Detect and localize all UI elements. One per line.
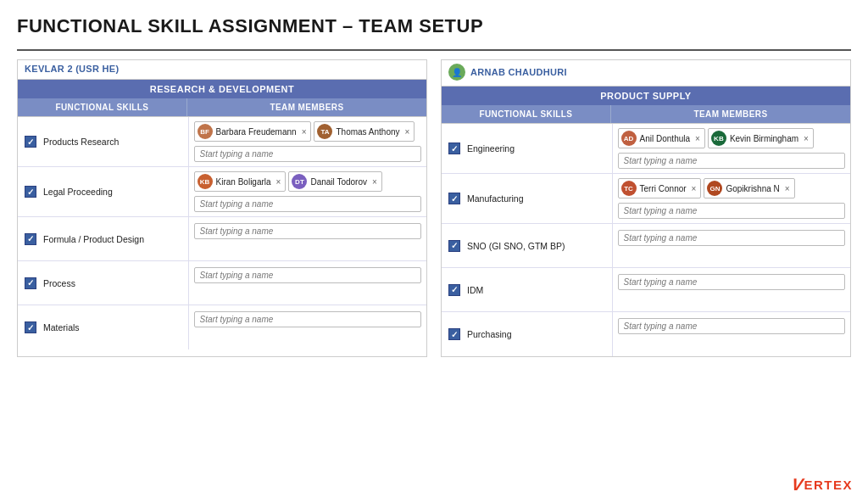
- table-row: SNO (GI SNO, GTM BP): [442, 224, 850, 268]
- members-cell: TCTerri Connor×GNGopikrishna N×: [613, 174, 850, 223]
- member-name: Danail Todorov: [310, 177, 367, 187]
- right-panel-label: ARNAB CHAUDHURI: [470, 67, 567, 77]
- right-panel-header: 👤 ARNAB CHAUDHURI: [442, 60, 850, 87]
- member-search-input[interactable]: [194, 267, 421, 283]
- checkbox[interactable]: [25, 321, 36, 333]
- member-search-input[interactable]: [618, 318, 845, 334]
- skill-name: Engineering: [467, 143, 515, 154]
- members-cell: [613, 312, 850, 356]
- member-search-input[interactable]: [618, 203, 845, 219]
- list-item: KBKevin Birmingham×: [708, 128, 814, 148]
- list-item: TAThomas Anthony×: [314, 121, 415, 142]
- left-section-title: RESEARCH & DEVELOPMENT: [18, 80, 426, 98]
- table-row: ManufacturingTCTerri Connor×GNGopikrishn…: [442, 174, 850, 224]
- right-col-skills: FUNCTIONAL SKILLS: [442, 105, 611, 123]
- skill-name: Process: [43, 278, 75, 288]
- table-row: Formula / Product Design: [18, 217, 426, 261]
- member-name: Gopikrishna N: [726, 184, 779, 193]
- checkbox[interactable]: [25, 233, 36, 245]
- members-cell: KBKiran Boligarla×DTDanail Todorov×: [189, 167, 426, 216]
- remove-member-button[interactable]: ×: [692, 184, 697, 193]
- skill-cell: Formula / Product Design: [18, 217, 189, 260]
- remove-member-button[interactable]: ×: [695, 134, 700, 143]
- avatar: TC: [621, 181, 637, 196]
- checkbox[interactable]: [25, 277, 36, 289]
- member-name: Thomas Anthony: [336, 127, 399, 137]
- remove-member-button[interactable]: ×: [405, 127, 410, 137]
- member-search-input[interactable]: [618, 274, 845, 290]
- member-name: Kiran Boligarla: [216, 177, 271, 187]
- skill-name: Purchasing: [467, 329, 512, 339]
- checkbox[interactable]: [448, 284, 460, 296]
- member-search-input[interactable]: [194, 196, 421, 212]
- avatar: KB: [711, 131, 726, 146]
- table-row: Purchasing: [442, 312, 850, 356]
- members-cell: [189, 305, 426, 349]
- right-col-headers: FUNCTIONAL SKILLS TEAM MEMBERS: [442, 105, 850, 124]
- left-col-members: TEAM MEMBERS: [187, 98, 426, 116]
- member-name: Terri Connor: [640, 184, 687, 193]
- remove-member-button[interactable]: ×: [785, 184, 790, 193]
- checkbox[interactable]: [25, 136, 36, 148]
- vertex-text: ERTEX: [804, 478, 853, 492]
- skill-cell: IDM: [442, 268, 613, 311]
- members-cell: BFBarbara Freudemann×TAThomas Anthony×: [189, 117, 426, 166]
- list-item: GNGopikrishna N×: [704, 178, 794, 198]
- member-search-input[interactable]: [618, 153, 845, 169]
- checkbox[interactable]: [448, 143, 460, 154]
- skill-name: Materials: [43, 322, 80, 333]
- member-tags: BFBarbara Freudemann×TAThomas Anthony×: [194, 121, 421, 142]
- left-panel-header: KEVLAR 2 (USR HE): [18, 60, 426, 80]
- table-row: EngineeringADAnil Donthula×KBKevin Birmi…: [442, 124, 850, 174]
- member-name: Barbara Freudemann: [216, 127, 297, 137]
- list-item: BFBarbara Freudemann×: [194, 121, 312, 142]
- member-tags: ADAnil Donthula×KBKevin Birmingham×: [618, 128, 845, 148]
- member-search-input[interactable]: [194, 311, 421, 327]
- skill-name: Products Research: [43, 137, 119, 147]
- avatar: DT: [292, 174, 307, 189]
- member-search-input[interactable]: [194, 223, 421, 239]
- left-panel-label: KEVLAR 2 (USR HE): [25, 64, 119, 74]
- skill-name: IDM: [467, 285, 483, 295]
- divider: [17, 49, 851, 51]
- skill-cell: Engineering: [442, 124, 613, 173]
- remove-member-button[interactable]: ×: [804, 134, 809, 143]
- vertex-v-letter: V: [791, 475, 806, 495]
- skill-cell: Legal Proceeding: [18, 167, 189, 216]
- skill-cell: Purchasing: [442, 312, 613, 356]
- member-tags: TCTerri Connor×GNGopikrishna N×: [618, 178, 845, 198]
- remove-member-button[interactable]: ×: [276, 177, 281, 187]
- skill-name: SNO (GI SNO, GTM BP): [467, 241, 565, 251]
- list-item: KBKiran Boligarla×: [194, 171, 287, 192]
- member-name: Kevin Birmingham: [730, 134, 798, 143]
- checkbox[interactable]: [448, 328, 460, 340]
- table-row: Legal ProceedingKBKiran Boligarla×DTDana…: [18, 167, 426, 217]
- vertex-logo: V ERTEX: [792, 475, 853, 495]
- left-col-headers: FUNCTIONAL SKILLS TEAM MEMBERS: [18, 98, 426, 117]
- table-row: IDM: [442, 268, 850, 312]
- member-search-input[interactable]: [194, 146, 421, 162]
- member-search-input[interactable]: [618, 230, 845, 246]
- avatar: BF: [198, 124, 213, 139]
- panels-row: KEVLAR 2 (USR HE) RESEARCH & DEVELOPMENT…: [17, 59, 851, 357]
- remove-member-button[interactable]: ×: [302, 127, 307, 137]
- checkbox[interactable]: [448, 193, 460, 204]
- left-col-skills: FUNCTIONAL SKILLS: [18, 98, 187, 116]
- remove-member-button[interactable]: ×: [372, 177, 377, 187]
- right-panel: 👤 ARNAB CHAUDHURI PRODUCT SUPPLY FUNCTIO…: [441, 59, 851, 357]
- table-row: Materials: [18, 305, 426, 349]
- skill-cell: Products Research: [18, 117, 189, 166]
- checkbox[interactable]: [25, 186, 36, 198]
- skill-name: Manufacturing: [467, 193, 524, 204]
- avatar: AD: [621, 131, 637, 146]
- avatar: GN: [707, 181, 722, 196]
- skill-cell: Process: [18, 261, 189, 305]
- checkbox[interactable]: [448, 240, 460, 252]
- skill-cell: Manufacturing: [442, 174, 613, 223]
- list-item: TCTerri Connor×: [618, 178, 702, 198]
- skill-cell: Materials: [18, 305, 189, 349]
- list-item: DTDanail Todorov×: [288, 171, 381, 192]
- list-item: ADAnil Donthula×: [618, 128, 705, 148]
- skill-name: Legal Proceeding: [43, 187, 113, 197]
- avatar: TA: [317, 124, 332, 139]
